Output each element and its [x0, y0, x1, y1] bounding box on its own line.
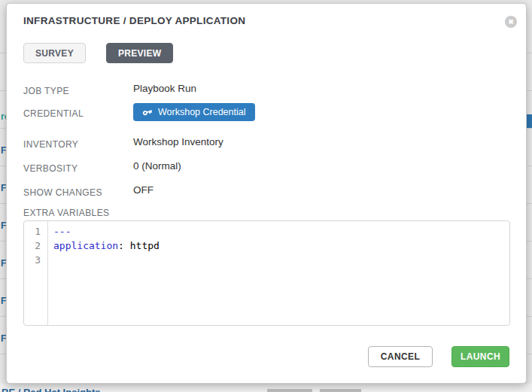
row-inventory: INVENTORY Workshop Inventory [23, 137, 78, 149]
bg-bottom-strip: RE / Red Hat Insights [0, 384, 532, 392]
modal-tabs: SURVEY PREVIEW [23, 43, 173, 63]
code-text: application: httpd [47, 239, 160, 253]
launch-button[interactable]: LAUNCH [451, 346, 509, 367]
bg-text-fragment: RE / Red Hat Insights [2, 387, 100, 392]
line-number: 1 [24, 224, 47, 239]
cancel-button[interactable]: CANCEL [368, 346, 433, 367]
row-verbosity: VERBOSITY 0 (Normal) [23, 161, 78, 173]
code-lines: 1---2application: httpd3 [24, 224, 509, 267]
job-type-label: JOB TYPE [23, 86, 69, 96]
bg-right-strip [527, 0, 532, 392]
page: reFFFFFF RE / Red Hat Insights INFRASTRU… [0, 0, 532, 392]
key-icon [142, 107, 153, 117]
verbosity-value: 0 (Normal) [133, 160, 181, 172]
bg-divider-line [527, 354, 532, 354]
row-show-changes: SHOW CHANGES OFF [23, 185, 102, 197]
close-icon[interactable]: ✖ [505, 16, 517, 28]
bg-divider-line [527, 90, 532, 91]
bg-blue-fragment [527, 114, 532, 129]
deploy-application-modal: INFRASTRUCTURE / DEPLOY APPLICATION ✖ SU… [6, 3, 527, 384]
code-text [47, 253, 53, 267]
bg-gray-mark [267, 389, 312, 392]
extra-variables-label: EXTRA VARIABLES [23, 208, 110, 218]
modal-title: INFRASTRUCTURE / DEPLOY APPLICATION [23, 15, 245, 26]
tab-survey[interactable]: SURVEY [23, 43, 86, 63]
inventory-value: Workshop Inventory [133, 136, 223, 147]
credential-label: CREDENTIAL [23, 108, 84, 119]
credential-chip[interactable]: Workshop Credential [133, 103, 255, 121]
code-line: 2application: httpd [24, 239, 509, 253]
job-type-value: Playbook Run [133, 83, 196, 94]
bg-divider-line [527, 241, 532, 242]
line-number: 3 [24, 253, 47, 267]
tab-preview[interactable]: PREVIEW [106, 43, 173, 63]
row-job-type: JOB TYPE Playbook Run [23, 84, 69, 96]
bg-gray-mark [320, 389, 361, 392]
code-line: 1--- [24, 224, 509, 239]
bg-divider-line [527, 166, 532, 166]
verbosity-label: VERBOSITY [23, 163, 78, 174]
bg-divider-line [527, 203, 532, 204]
bg-divider-line [527, 53, 532, 53]
show-changes-label: SHOW CHANGES [23, 187, 102, 198]
bg-divider-line [527, 128, 532, 129]
line-number: 2 [24, 239, 47, 253]
row-credential: CREDENTIAL Workshop Credential [23, 106, 84, 118]
show-changes-value: OFF [133, 184, 154, 196]
bg-divider-line [527, 278, 532, 279]
code-line: 3 [24, 253, 509, 267]
credential-chip-label: Workshop Credential [158, 107, 246, 117]
inventory-label: INVENTORY [23, 139, 78, 150]
code-text: --- [47, 224, 71, 239]
extra-variables-editor[interactable]: 1---2application: httpd3 [23, 220, 510, 326]
bg-divider-line [527, 316, 532, 317]
